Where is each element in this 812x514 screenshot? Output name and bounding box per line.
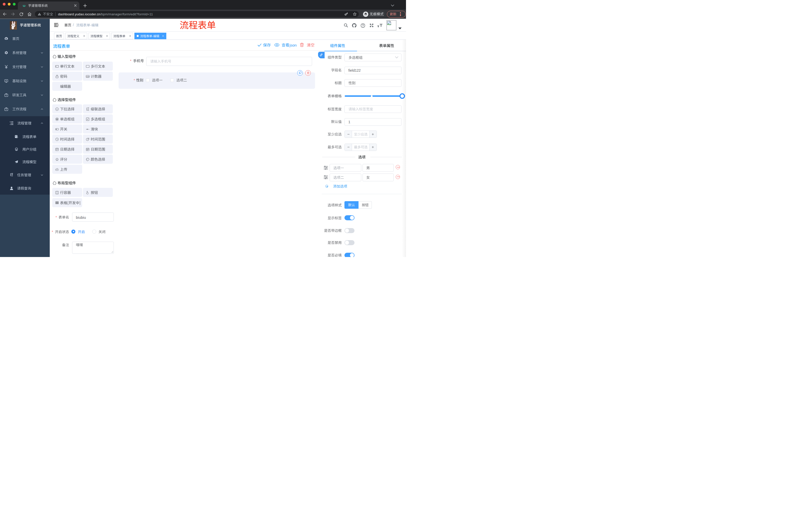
- svg-text:123: 123: [86, 76, 89, 77]
